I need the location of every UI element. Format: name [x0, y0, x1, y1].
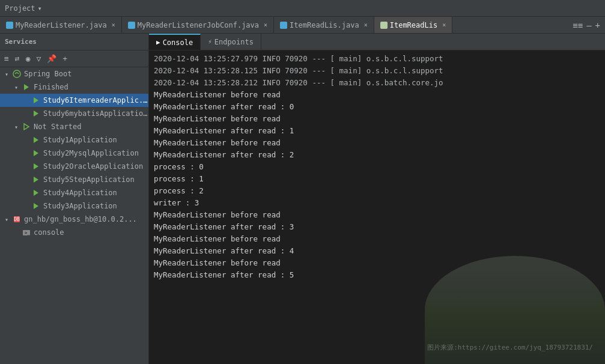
- tab-label: ItemReadLis: [390, 21, 437, 29]
- console-line-0: 2020-12-04 13:25:27.979 INFO 70920 --- […: [154, 53, 600, 65]
- tree-icon-9: [31, 188, 41, 198]
- console-line-15: MyReaderListener before read: [154, 233, 600, 245]
- tree-label-11: gn_hb/gn_boss_hb@10.0.2...: [24, 215, 148, 223]
- svg-marker-5: [34, 137, 38, 143]
- tab-close-btn[interactable]: ×: [264, 22, 267, 28]
- console-tab-label-endpoints: Endpoints: [214, 38, 254, 46]
- sidebar-header: Services: [0, 34, 148, 50]
- tab-close-btn[interactable]: ×: [364, 22, 368, 28]
- svg-marker-7: [34, 163, 38, 169]
- tree-icon-4: [22, 122, 31, 132]
- tab-close-btn[interactable]: ×: [442, 22, 446, 28]
- tree-icon-6: [31, 148, 41, 158]
- tree-label-12: console: [34, 228, 148, 237]
- tree-label-4: Not Started: [34, 123, 148, 131]
- console-line-2: 2020-12-04 13:25:28.212 INFO 70920 --- […: [154, 77, 600, 89]
- project-dropdown-icon: ▾: [38, 4, 42, 13]
- tab-tab1[interactable]: MyReaderListener.java×: [0, 17, 122, 33]
- tab-icon-java: [128, 22, 135, 29]
- console-line-17: MyReaderListener before read: [154, 257, 600, 269]
- tree-label-3: Study6mybatisApplicatio...: [43, 109, 148, 118]
- tree-item-6[interactable]: Study2MysqlApplication: [0, 147, 148, 160]
- console-line-16: MyReaderListener after read : 4: [154, 245, 600, 257]
- tab-icon-java: [6, 22, 13, 29]
- tree-item-1[interactable]: ▾Finished: [0, 80, 148, 94]
- console-line-13: MyReaderListener before read: [154, 209, 600, 221]
- tree-icon-11: DB: [12, 214, 22, 224]
- tree-icon-5: [31, 135, 41, 145]
- pin-icon[interactable]: 📌: [45, 53, 58, 64]
- tree-item-0[interactable]: ▾Spring Boot: [0, 67, 148, 80]
- console-output[interactable]: 2020-12-04 13:25:27.979 INFO 70920 --- […: [149, 50, 605, 364]
- tree-item-3[interactable]: Study6mybatisApplicatio...: [0, 107, 148, 120]
- tab-tab2[interactable]: MyReaderListenerJobConf.java×: [122, 17, 274, 33]
- tab-tab4[interactable]: ItemReadLis×: [374, 17, 453, 33]
- project-menu[interactable]: Project ▾: [5, 4, 42, 13]
- tree-item-7[interactable]: Study2OracleApplication: [0, 160, 148, 173]
- console-line-9: process : 0: [154, 161, 600, 173]
- console-line-14: MyReaderListener after read : 3: [154, 221, 600, 233]
- console-line-3: MyReaderListener before read: [154, 89, 600, 101]
- tree-item-2[interactable]: Study6ItemreaderApplic...: [0, 94, 148, 107]
- tree-label-6: Study2MysqlApplication: [43, 149, 148, 157]
- add-service-icon[interactable]: +: [61, 53, 69, 64]
- main-layout: Services ≡⇄◉▽📌+ ▾Spring Boot▾FinishedStu…: [0, 34, 605, 364]
- console-tab-endpoints[interactable]: ⚡Endpoints: [201, 34, 261, 50]
- console-tab-console[interactable]: ▶Console: [149, 34, 201, 50]
- tree-icon-3: [31, 109, 41, 118]
- svg-marker-8: [34, 177, 38, 183]
- tree-arrow-11: ▾: [5, 216, 12, 223]
- console-line-18: MyReaderListener after read : 5: [154, 269, 600, 281]
- tree-item-9[interactable]: Study4Application: [0, 186, 148, 199]
- tab-tab3[interactable]: ItemReadLis.java×: [274, 17, 374, 33]
- tab-label: MyReaderListenerJobConf.java: [138, 21, 259, 29]
- swap-icon[interactable]: ⇄: [13, 53, 22, 64]
- filter-icon[interactable]: ▽: [34, 53, 43, 64]
- tree-arrow-1: ▾: [14, 84, 22, 91]
- tree-icon-0: [12, 69, 22, 79]
- console-tab-icon-endpoints: ⚡: [208, 38, 212, 46]
- tree-item-8[interactable]: Study5StepApplication: [0, 173, 148, 186]
- tab-icon-java: [280, 22, 287, 29]
- svg-marker-2: [34, 97, 38, 103]
- svg-marker-10: [34, 203, 38, 209]
- tab-label: ItemReadLis.java: [290, 21, 359, 29]
- minimize-icon[interactable]: —: [586, 20, 591, 30]
- tree-icon-12: >_: [22, 228, 31, 237]
- console-line-5: MyReaderListener before read: [154, 113, 600, 125]
- pin-icon[interactable]: ≡≡: [573, 20, 583, 30]
- tree-icon-8: [31, 175, 41, 184]
- svg-marker-1: [24, 84, 29, 90]
- tree-item-10[interactable]: Study3Application: [0, 199, 148, 213]
- tree-icon-7: [31, 162, 41, 171]
- tree-item-5[interactable]: Study1Application: [0, 133, 148, 147]
- console-line-6: MyReaderListener after read : 1: [154, 125, 600, 137]
- console-line-7: MyReaderListener before read: [154, 137, 600, 149]
- tree-label-0: Spring Boot: [24, 70, 148, 78]
- tab-label: MyReaderListener.java: [16, 21, 107, 29]
- tab-close-btn[interactable]: ×: [112, 22, 115, 28]
- console-tab-label-console: Console: [163, 38, 193, 47]
- console-tab-icon-console: ▶: [156, 38, 160, 46]
- console-line-11: process : 2: [154, 185, 600, 197]
- tree-arrow-4: ▾: [14, 124, 22, 130]
- run-icon[interactable]: ◉: [24, 53, 32, 64]
- svg-point-0: [13, 70, 20, 77]
- console-line-10: process : 1: [154, 173, 600, 185]
- add-icon[interactable]: +: [595, 20, 600, 30]
- tree-label-10: Study3Application: [43, 202, 148, 210]
- svg-marker-4: [24, 124, 29, 130]
- align-icon[interactable]: ≡: [2, 53, 11, 64]
- svg-text:>_: >_: [25, 231, 30, 235]
- console-wrapper: 2020-12-04 13:25:27.979 INFO 70920 --- […: [149, 50, 605, 364]
- tab-bar: MyReaderListener.java×MyReaderListenerJo…: [0, 17, 605, 34]
- svg-marker-6: [34, 150, 38, 156]
- tree-item-4[interactable]: ▾Not Started: [0, 120, 148, 133]
- tree-item-12[interactable]: >_console: [0, 226, 148, 239]
- sidebar-toolbar: ≡⇄◉▽📌+: [0, 50, 148, 67]
- tree-item-11[interactable]: ▾DBgn_hb/gn_boss_hb@10.0.2...: [0, 213, 148, 226]
- console-line-12: writer : 3: [154, 197, 600, 209]
- console-line-8: MyReaderListener after read : 2: [154, 149, 600, 161]
- svg-text:DB: DB: [14, 217, 20, 222]
- tree-icon-2: [31, 96, 41, 105]
